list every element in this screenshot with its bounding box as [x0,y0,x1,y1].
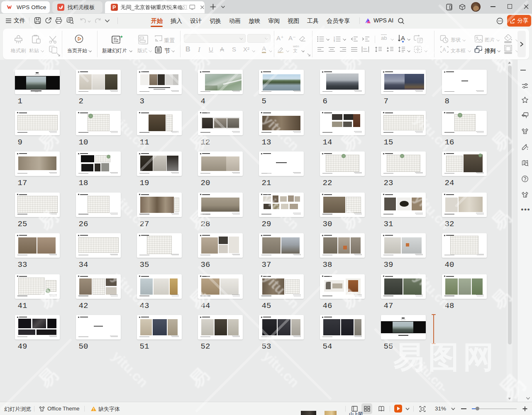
svg-text:<>: <> [364,47,367,50]
svg-text:3: 3 [334,40,335,42]
svg-text:A: A [401,34,405,42]
svg-text:A: A [443,47,446,53]
